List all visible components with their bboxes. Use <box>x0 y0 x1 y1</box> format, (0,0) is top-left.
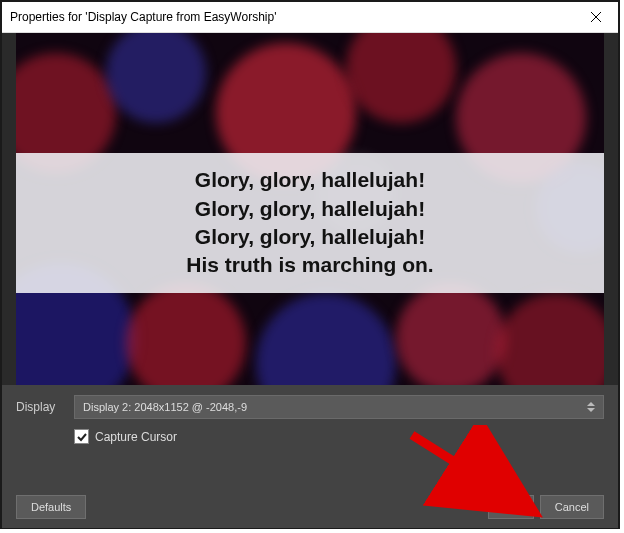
lyric-line: Glory, glory, hallelujah! <box>195 195 425 223</box>
defaults-button[interactable]: Defaults <box>16 495 86 519</box>
stepper-icon <box>587 402 595 412</box>
display-row: Display Display 2: 2048x1152 @ -2048,-9 <box>16 395 604 419</box>
preview-gutter-left <box>2 33 16 385</box>
footer-right-group: OK Cancel <box>488 495 604 519</box>
preview-gutter-right <box>604 33 618 385</box>
window-title: Properties for 'Display Capture from Eas… <box>2 10 276 24</box>
lyric-line: Glory, glory, hallelujah! <box>195 166 425 194</box>
display-label: Display <box>16 400 74 414</box>
close-icon <box>591 12 601 22</box>
dialog-body: Glory, glory, hallelujah! Glory, glory, … <box>2 33 618 528</box>
form-controls: Display Display 2: 2048x1152 @ -2048,-9 … <box>2 385 618 444</box>
cancel-button[interactable]: Cancel <box>540 495 604 519</box>
preview-region: Glory, glory, hallelujah! Glory, glory, … <box>2 33 618 385</box>
display-select[interactable]: Display 2: 2048x1152 @ -2048,-9 <box>74 395 604 419</box>
lyric-line: Glory, glory, hallelujah! <box>195 223 425 251</box>
dialog-footer: Defaults OK Cancel <box>2 486 618 528</box>
display-preview: Glory, glory, hallelujah! Glory, glory, … <box>16 33 604 385</box>
properties-dialog: Properties for 'Display Capture from Eas… <box>0 0 620 529</box>
lyric-line: His truth is marching on. <box>186 251 433 279</box>
capture-cursor-row: Capture Cursor <box>74 429 604 444</box>
titlebar: Properties for 'Display Capture from Eas… <box>2 2 618 33</box>
lyrics-banner: Glory, glory, hallelujah! Glory, glory, … <box>16 153 604 293</box>
capture-cursor-label: Capture Cursor <box>95 430 177 444</box>
checkmark-icon <box>77 432 87 442</box>
display-value: Display 2: 2048x1152 @ -2048,-9 <box>83 401 247 413</box>
close-button[interactable] <box>573 2 618 32</box>
capture-cursor-checkbox[interactable] <box>74 429 89 444</box>
ok-button[interactable]: OK <box>488 495 534 519</box>
